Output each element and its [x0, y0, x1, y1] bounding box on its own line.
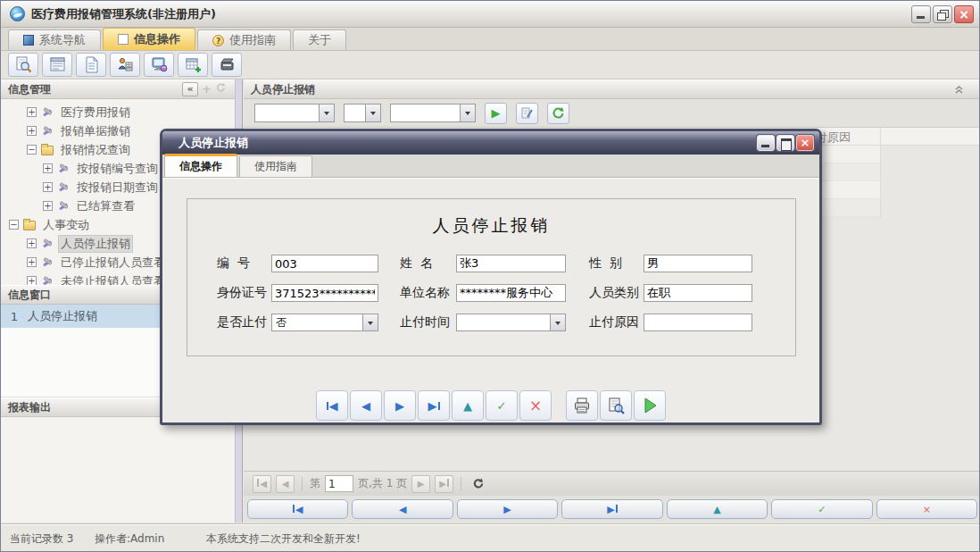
refresh-button[interactable] [547, 103, 569, 124]
archive-button[interactable] [212, 53, 242, 77]
record-last-button[interactable]: ▶ [561, 499, 662, 519]
page-prefix-label: 第 [310, 476, 320, 491]
tree-item-label: 人员停止报销 [58, 235, 133, 253]
page-refresh-button[interactable] [469, 475, 487, 493]
tab-user-guide[interactable]: ? 使用指南 [197, 29, 291, 50]
record-edit-button[interactable]: ▲ [667, 499, 768, 519]
search-button[interactable] [8, 53, 38, 77]
dialog-print-button[interactable] [566, 390, 598, 421]
tree-item-label: 已结算查看 [74, 197, 137, 215]
filter-field-select[interactable] [254, 104, 335, 122]
dialog-first-button[interactable]: ◀ [316, 390, 348, 421]
name-field[interactable] [456, 255, 566, 272]
dialog-edit-button[interactable]: ▲ [452, 390, 484, 421]
stop-reason-field[interactable] [644, 314, 752, 331]
table-add-button[interactable] [178, 53, 208, 77]
cross-icon: × [923, 504, 931, 515]
record-next-button[interactable]: ▶ [457, 499, 558, 519]
record-confirm-button[interactable]: ✓ [771, 499, 872, 519]
expand-plus-icon[interactable]: + [43, 201, 53, 211]
table-add-icon [185, 56, 202, 73]
filter-value-select[interactable] [390, 104, 476, 122]
report-view-button[interactable] [42, 53, 72, 77]
chevron-down-icon[interactable] [362, 314, 378, 330]
chevron-down-icon[interactable] [460, 105, 475, 121]
refresh-tree-icon[interactable] [215, 82, 226, 96]
dialog-next-button[interactable]: ▶ [384, 390, 416, 421]
collapse-panel-icon[interactable] [953, 84, 965, 96]
document-icon [83, 56, 100, 73]
tree-item-label: 医疗费用报销 [58, 104, 133, 121]
chevron-down-icon[interactable] [550, 314, 565, 330]
prev-page-icon: ◀ [282, 479, 289, 489]
dialog-minimize-button[interactable] [757, 135, 775, 151]
dialog-tab-info-operation[interactable]: 信息操作 [164, 154, 237, 177]
unit-name-field[interactable] [456, 284, 566, 302]
run-query-button[interactable]: ▶ [485, 103, 507, 124]
expand-plus-icon[interactable]: + [27, 257, 37, 267]
check-icon: ✓ [818, 504, 826, 515]
page-last-button[interactable]: ▶ [435, 475, 453, 493]
expand-plus-icon[interactable]: + [27, 276, 37, 285]
page-number-input[interactable] [325, 475, 353, 492]
code-field[interactable] [271, 255, 378, 272]
tool-icon [57, 182, 70, 193]
collapse-sidebar-button[interactable]: « [182, 82, 198, 96]
dialog-prev-button[interactable]: ◀ [350, 390, 382, 421]
record-first-button[interactable]: ◀ [247, 499, 348, 519]
expand-plus-icon[interactable]: + [27, 126, 37, 136]
close-button[interactable]: × [954, 5, 974, 23]
dialog-confirm-button[interactable]: ✓ [486, 390, 518, 421]
grid-column-separator [880, 128, 881, 218]
form-row: 是否止付 否 止付时间 止付原因 [217, 314, 795, 331]
page-first-button[interactable]: ◀ [253, 475, 271, 493]
user-config-button[interactable] [110, 53, 140, 77]
tab-info-operation[interactable]: 信息操作 [103, 28, 195, 50]
dialog-run-button[interactable] [634, 390, 666, 421]
gender-field[interactable] [644, 255, 752, 272]
record-cancel-button[interactable]: × [876, 499, 977, 519]
record-prev-button[interactable]: ◀ [352, 499, 453, 519]
chevron-down-icon[interactable] [319, 105, 334, 121]
new-document-button[interactable] [76, 53, 106, 77]
dialog-tab-user-guide[interactable]: 使用指南 [239, 155, 312, 177]
content-panel-header: 人员停止报销 [244, 79, 980, 99]
dialog-print-preview-button[interactable] [600, 390, 632, 421]
collapse-minus-icon[interactable]: − [9, 220, 19, 230]
minimize-button[interactable] [911, 5, 931, 23]
dialog-cancel-button[interactable]: × [519, 390, 552, 421]
tab-about[interactable]: 关于 [293, 29, 346, 50]
content-panel-title: 人员停止报销 [251, 82, 315, 97]
tree-item-label: 按报销日期查询 [74, 179, 161, 197]
tab-system-nav[interactable]: 系统导航 [8, 29, 101, 50]
tree-item-medical-expense[interactable]: + 医疗费用报销 [1, 103, 242, 121]
tree-item-label: 未停止报销人员查看 [58, 272, 168, 286]
report-output-pane [1, 417, 242, 503]
restore-button[interactable] [933, 5, 952, 23]
id-number-field[interactable] [271, 284, 378, 302]
tab-label: 信息操作 [134, 31, 180, 47]
add-node-icon[interactable]: + [202, 82, 212, 96]
expand-plus-icon[interactable]: + [27, 238, 37, 248]
display-button[interactable] [144, 53, 174, 77]
form-groupbox: 人员停止报销 编 号 姓 名 性 别 身份证号 单位名称 人员类别 [187, 198, 796, 356]
page-prev-button[interactable]: ◀ [276, 475, 295, 493]
stop-time-select[interactable] [456, 314, 566, 331]
expand-plus-icon[interactable]: + [43, 163, 53, 173]
advanced-query-button[interactable] [516, 103, 538, 124]
help-icon: ? [212, 35, 224, 46]
chevron-down-icon[interactable] [365, 105, 380, 121]
expand-plus-icon[interactable]: + [27, 107, 37, 117]
dialog-maximize-button[interactable] [777, 135, 794, 151]
dialog-close-button[interactable]: × [796, 135, 814, 151]
dialog-last-button[interactable]: ▶ [418, 390, 450, 421]
collapse-minus-icon[interactable]: − [27, 145, 37, 155]
print-preview-icon [607, 397, 625, 414]
divider [461, 477, 461, 491]
person-type-field[interactable] [644, 284, 752, 302]
expand-plus-icon[interactable]: + [43, 182, 53, 192]
stop-pay-select[interactable]: 否 [271, 314, 378, 331]
page-next-button[interactable]: ▶ [411, 475, 430, 493]
filter-operator-select[interactable] [344, 104, 381, 122]
application-window: 医疗费用报销管理系统(非注册用户) × 系统导航 信息操作 ? 使用指南 关于 [0, 0, 980, 552]
